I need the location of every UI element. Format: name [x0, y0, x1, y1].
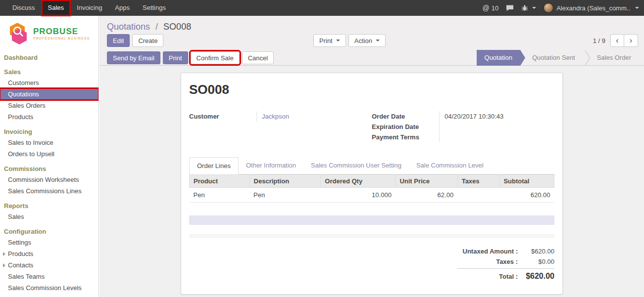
sidebar-item-sales-to-invoice[interactable]: Sales to Invoice — [0, 137, 99, 148]
cell-subtotal: 620.00 — [499, 188, 554, 203]
order-date-label: Order Date — [372, 111, 439, 122]
chat-bubble-icon — [506, 5, 514, 11]
logo-subtitle: PROFESSIONAL BUSINESS — [33, 37, 90, 41]
mention-count: 10 — [492, 4, 498, 12]
top-menus: Discuss Sales Invoicing Apps Settings — [0, 0, 172, 16]
cell-product: Pen — [190, 188, 250, 203]
menu-sales[interactable]: Sales — [42, 0, 71, 16]
totals-block: Untaxed Amount : $620.00 Taxes : $0.00 T… — [457, 246, 554, 282]
chevron-down-icon — [336, 40, 340, 42]
tab-bar: Order Lines Other Information Sales Comm… — [189, 157, 554, 174]
mention-counter[interactable]: @ 10 — [482, 4, 498, 12]
table-row[interactable]: Pen Pen 10.000 62.00 620.00 — [190, 188, 554, 203]
menu-discuss[interactable]: Discuss — [6, 0, 42, 16]
sidebar-heading-dashboard[interactable]: Dashboard — [0, 48, 99, 63]
pager-next-button[interactable]: › — [624, 34, 638, 47]
sidebar-item-commission-worksheets[interactable]: Commission Worksheets — [0, 174, 99, 185]
cell-description: Pen — [249, 188, 321, 203]
column-description: Description — [249, 175, 321, 188]
status-step-sales-order[interactable]: Sales Order — [585, 50, 644, 66]
user-menu[interactable]: Alexandra (Sales_comm.. — [544, 3, 639, 13]
mention-icon: @ — [482, 4, 489, 12]
pager-previous-button[interactable]: ‹ — [610, 34, 624, 47]
menu-settings[interactable]: Settings — [136, 0, 172, 16]
create-button[interactable]: Create — [132, 34, 163, 47]
payment-terms-label: Payment Terms — [372, 132, 439, 142]
tab-sales-commission-user-setting[interactable]: Sales Commission User Setting — [303, 157, 409, 174]
column-ordered-qty: Ordered Qty — [321, 175, 396, 188]
sidebar-heading-configuration[interactable]: Configuration — [0, 222, 99, 237]
breadcrumb-current: SO008 — [163, 22, 191, 32]
action-dropdown-label: Action — [354, 37, 372, 44]
cell-taxes — [457, 188, 499, 203]
document-title: SO008 — [189, 82, 554, 97]
table-header-row: Product Description Ordered Qty Unit Pri… — [190, 175, 554, 188]
main-area: Quotations / SO008 Edit Create Print Act… — [99, 16, 644, 297]
menu-invoicing[interactable]: Invoicing — [70, 0, 108, 16]
column-taxes: Taxes — [457, 175, 499, 188]
expand-icon[interactable] — [3, 252, 5, 256]
print-dropdown-button[interactable]: Print — [313, 34, 346, 47]
debug-menu-button[interactable] — [521, 4, 536, 11]
chevron-down-icon — [635, 7, 639, 9]
tab-sale-commission-level[interactable]: Sale Commission Level — [409, 157, 491, 174]
sidebar-item-customers[interactable]: Customers — [0, 77, 99, 88]
control-panel: Quotations / SO008 Edit Create Print Act… — [99, 16, 644, 66]
tab-other-information[interactable]: Other Information — [239, 157, 303, 174]
expiration-date-label: Expiration Date — [372, 122, 439, 132]
sidebar-item-sales-orders[interactable]: Sales Orders — [0, 100, 99, 111]
sidebar-item-orders-to-upsell[interactable]: Orders to Upsell — [0, 148, 99, 160]
sidebar-heading-reports[interactable]: Reports — [0, 197, 99, 211]
breadcrumb-quotations-link[interactable]: Quotations — [107, 22, 150, 32]
send-by-email-button[interactable]: Send by Email — [107, 51, 160, 64]
logo-title: PROBUSE — [33, 27, 90, 36]
breadcrumb: Quotations / SO008 — [107, 22, 191, 32]
customer-value-link[interactable]: Jackpson — [256, 111, 364, 122]
print-button[interactable]: Print — [163, 51, 188, 64]
bug-icon — [521, 4, 528, 11]
sidebar-heading-sales[interactable]: Sales — [0, 63, 99, 77]
edit-button[interactable]: Edit — [107, 34, 130, 47]
sidebar-item-config-settings[interactable]: Settings — [0, 237, 99, 248]
form-view: SO008 Customer Jackpson Order Date 04 — [99, 66, 644, 297]
form-sheet: SO008 Customer Jackpson Order Date 04 — [181, 73, 563, 295]
total-value: $620.00 — [518, 272, 554, 281]
notebook: Order Lines Other Information Sales Comm… — [189, 157, 554, 282]
chevron-down-icon — [376, 40, 380, 42]
pager-counter: 1 / 9 — [593, 37, 605, 44]
print-dropdown-label: Print — [319, 37, 333, 44]
status-step-quotation-sent[interactable]: Quotation Sent — [520, 50, 585, 66]
sidebar-item-sales-commissions-lines[interactable]: Sales Commissions Lines — [0, 185, 99, 197]
systray: @ 10 Alexandra (Sales_comm.. — [482, 0, 644, 16]
sidebar-item-quotations[interactable]: Quotations — [0, 88, 99, 100]
probuse-logo-icon — [7, 22, 30, 45]
action-dropdown-button[interactable]: Action — [348, 34, 386, 47]
menu-apps[interactable]: Apps — [108, 0, 136, 16]
sidebar-item-products[interactable]: Products — [0, 111, 99, 123]
status-step-quotation[interactable]: Quotation — [477, 50, 520, 66]
expiration-date-value — [439, 122, 547, 132]
sidebar-item-sales-commission-levels[interactable]: Sales Commission Levels — [0, 282, 99, 294]
taxes-label: Taxes : — [457, 258, 518, 265]
sidebar-item-label: Products — [8, 250, 33, 257]
messages-button[interactable] — [506, 5, 514, 11]
customer-label: Customer — [189, 111, 256, 122]
tab-order-lines[interactable]: Order Lines — [189, 157, 239, 174]
sidebar-item-reports-sales[interactable]: Sales — [0, 211, 99, 222]
separator-lines — [189, 235, 554, 237]
sidebar-heading-invoicing[interactable]: Invoicing — [0, 123, 99, 137]
sidebar-item-config-contacts[interactable]: Contacts — [0, 259, 99, 271]
user-name: Alexandra (Sales_comm.. — [556, 4, 630, 12]
sidebar-item-config-products[interactable]: Products — [0, 248, 99, 259]
breadcrumb-separator: / — [155, 22, 158, 32]
sidebar-item-sales-teams[interactable]: Sales Teams — [0, 271, 99, 282]
cancel-button[interactable]: Cancel — [242, 51, 274, 64]
expand-icon[interactable] — [3, 263, 5, 267]
sidebar-heading-commissions[interactable]: Commissions — [0, 160, 99, 174]
chevron-down-icon — [532, 7, 536, 9]
statusbar: Quotation Quotation Sent Sales Order — [477, 50, 644, 66]
confirm-sale-button[interactable]: Confirm Sale — [191, 51, 240, 64]
order-lines-table: Product Description Ordered Qty Unit Pri… — [189, 174, 554, 203]
app-sidebar: PROBUSE PROFESSIONAL BUSINESS Dashboard … — [0, 16, 99, 297]
company-logo[interactable]: PROBUSE PROFESSIONAL BUSINESS — [0, 16, 99, 48]
